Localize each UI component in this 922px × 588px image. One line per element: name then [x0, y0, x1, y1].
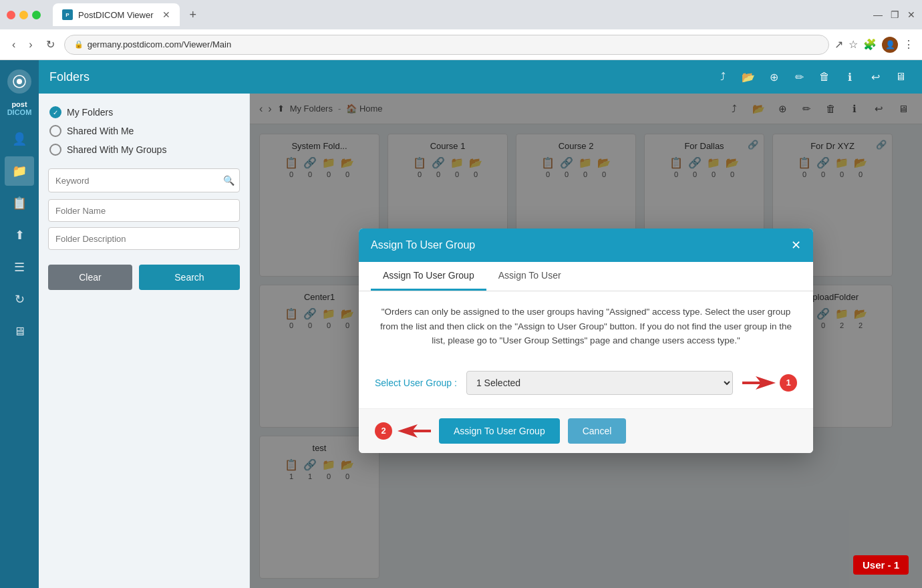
- nav-label-shared-with-me: Shared With Me: [67, 126, 134, 136]
- modal-header: Assign To User Group ✕: [359, 229, 813, 262]
- nav-menu-button[interactable]: ⋮: [903, 37, 914, 53]
- nav-star-button[interactable]: ☆: [849, 37, 858, 53]
- keyword-search-icon: 🔍: [223, 175, 235, 186]
- modal-body: Assign To User Group Assign To User "Ord…: [359, 262, 813, 408]
- nav-item-shared-with-groups[interactable]: Shared With My Groups: [48, 140, 240, 159]
- user-badge: User - 1: [853, 555, 909, 575]
- header-rotate-icon[interactable]: ↩: [865, 66, 886, 88]
- step1-badge: 1: [780, 374, 797, 392]
- folder-name-input[interactable]: [48, 199, 240, 222]
- step2-badge: 2: [375, 422, 392, 440]
- nav-item-my-folders[interactable]: ✓ My Folders: [48, 103, 240, 122]
- nav-profile-button[interactable]: 👤: [882, 37, 898, 53]
- sidebar-dark: postDICOM 👤 📁 📋 ⬆ ☰ ↻ 🖥: [0, 60, 39, 588]
- header-delete-icon[interactable]: 🗑: [814, 66, 835, 88]
- nav-refresh-button[interactable]: ↻: [42, 35, 59, 53]
- select-user-group-label: Select User Group :: [375, 378, 457, 388]
- sidebar-item-upload[interactable]: ⬆: [5, 220, 34, 250]
- sidebar-item-users[interactable]: 👤: [5, 124, 34, 154]
- step1-indicator: 1: [742, 374, 797, 392]
- address-bar[interactable]: 🔒 germany.postdicom.com/Viewer/Main: [64, 35, 829, 55]
- nav-label-my-folders: My Folders: [67, 107, 113, 118]
- browser-chrome: P PostDICOM Viewer ✕ + — ❐ ✕ ‹ › ↻ 🔒 ger…: [0, 0, 922, 60]
- step2-indicator: 2: [375, 422, 431, 440]
- sidebar-item-list[interactable]: ☰: [5, 253, 34, 282]
- browser-tab[interactable]: P PostDICOM Viewer ✕: [53, 3, 180, 26]
- header-add-icon[interactable]: ⊕: [763, 66, 784, 88]
- tab-favicon: P: [62, 9, 73, 20]
- tab-assign-user-group[interactable]: Assign To User Group: [371, 262, 486, 291]
- check-circle-shared-with-groups: [49, 144, 61, 156]
- maximize-dot[interactable]: [32, 11, 41, 19]
- address-text: germany.postdicom.com/Viewer/Main: [88, 39, 232, 49]
- chrome-minimize-icon[interactable]: —: [873, 9, 883, 20]
- modal-info-text: "Orders can only be assigned to the user…: [359, 291, 813, 361]
- modal-overlay: Assign To User Group ✕ Assign To User Gr…: [250, 94, 922, 588]
- nav-share-button[interactable]: ↗: [834, 37, 843, 53]
- keyword-input-wrapper: 🔍: [48, 168, 240, 192]
- modal-tabs: Assign To User Group Assign To User: [359, 262, 813, 291]
- modal-close-button[interactable]: ✕: [791, 238, 801, 253]
- header-edit-icon[interactable]: ✏: [788, 66, 810, 88]
- app-logo: [2, 65, 37, 98]
- minimize-dot[interactable]: [19, 11, 28, 19]
- assign-user-group-modal: Assign To User Group ✕ Assign To User Gr…: [359, 229, 813, 453]
- assign-to-user-group-button[interactable]: Assign To User Group: [439, 418, 560, 444]
- header-folder-icon[interactable]: 📂: [738, 66, 759, 88]
- browser-topbar: P PostDICOM Viewer ✕ + — ❐ ✕: [0, 0, 922, 29]
- modal-footer: 2 Assign To User Group Cancel: [359, 408, 813, 453]
- clear-button[interactable]: Clear: [48, 265, 132, 290]
- logo-icon: [7, 69, 31, 94]
- cancel-button[interactable]: Cancel: [568, 418, 627, 444]
- lock-icon: 🔒: [74, 40, 84, 49]
- tab-title: PostDICOM Viewer: [78, 10, 153, 20]
- main-content: ‹ › ⬆ My Folders - 🏠 🏠 HomeHome ⤴ 📂 ⊕ ✏ …: [250, 94, 922, 588]
- header-info-icon[interactable]: ℹ: [839, 66, 861, 88]
- svg-point-1: [17, 79, 22, 84]
- chrome-restore-icon[interactable]: ❐: [891, 9, 899, 20]
- tab-close-button[interactable]: ✕: [162, 9, 170, 20]
- svg-rect-3: [742, 382, 761, 384]
- step1-arrow-icon: [742, 375, 776, 391]
- app-container: postDICOM 👤 📁 📋 ⬆ ☰ ↻ 🖥 Folders ⤴ 📂 ⊕ ✏ …: [0, 60, 922, 588]
- nav-back-button[interactable]: ‹: [8, 36, 19, 53]
- folder-description-input[interactable]: [48, 227, 240, 250]
- logo-text: postDICOM: [7, 100, 32, 116]
- header-share-icon[interactable]: ⤴: [712, 66, 734, 88]
- left-panel: ✓ My Folders Shared With Me Shared With …: [39, 94, 250, 588]
- svg-rect-5: [412, 430, 431, 432]
- nav-label-shared-with-groups: Shared With My Groups: [67, 144, 166, 155]
- user-group-select[interactable]: 1 Selected: [466, 371, 733, 395]
- sidebar-item-refresh[interactable]: ↻: [5, 285, 34, 314]
- modal-title: Assign To User Group: [371, 239, 475, 251]
- browser-nav: ‹ › ↻ 🔒 germany.postdicom.com/Viewer/Mai…: [0, 29, 922, 60]
- panel-buttons: Clear Search: [48, 265, 240, 290]
- check-circle-my-folders: ✓: [49, 106, 61, 118]
- header-icons: ⤴ 📂 ⊕ ✏ 🗑 ℹ ↩ 🖥: [712, 66, 911, 88]
- nav-forward-button[interactable]: ›: [25, 36, 36, 53]
- app-header: Folders ⤴ 📂 ⊕ ✏ 🗑 ℹ ↩ 🖥: [39, 60, 922, 94]
- chrome-close-icon[interactable]: ✕: [907, 9, 915, 20]
- modal-select-row: Select User Group : 1 Selected 1: [359, 361, 813, 408]
- new-tab-button[interactable]: +: [189, 8, 196, 22]
- sidebar-item-folders[interactable]: 📁: [5, 156, 34, 186]
- nav-actions: ↗ ☆ 🧩 👤 ⋮: [834, 37, 914, 53]
- header-title: Folders: [49, 70, 90, 84]
- search-button[interactable]: Search: [139, 265, 240, 290]
- step2-arrow-icon: [398, 423, 431, 439]
- check-circle-shared-with-me: [49, 125, 61, 137]
- keyword-input[interactable]: [48, 168, 240, 192]
- tab-assign-user[interactable]: Assign To User: [486, 262, 573, 291]
- sidebar-item-screen[interactable]: 🖥: [5, 317, 34, 346]
- header-display-icon[interactable]: 🖥: [890, 66, 911, 88]
- nav-extension-button[interactable]: 🧩: [863, 37, 877, 53]
- browser-dots: [7, 11, 41, 19]
- nav-item-shared-with-me[interactable]: Shared With Me: [48, 122, 240, 140]
- close-dot[interactable]: [7, 11, 15, 19]
- sidebar-item-documents[interactable]: 📋: [5, 188, 34, 218]
